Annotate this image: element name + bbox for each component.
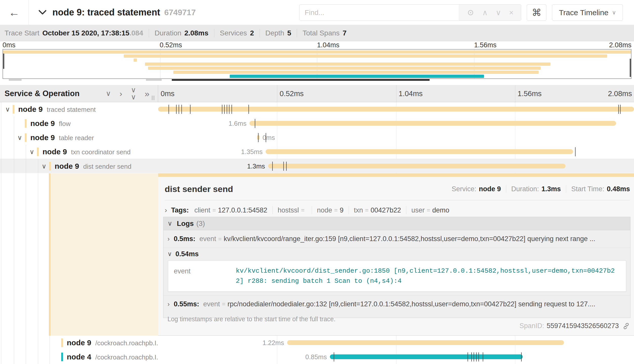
tree-guide-line (26, 145, 26, 159)
find-clear-icon[interactable]: × (509, 9, 514, 16)
log-marker-tick (190, 105, 191, 114)
span-duration-bar[interactable] (266, 149, 573, 154)
span-timeline-row[interactable]: 1.3ms (158, 159, 634, 173)
log-expander-icon: › (167, 300, 170, 308)
tree-guide-line (38, 159, 38, 173)
locate-icon[interactable] (467, 9, 474, 16)
back-button[interactable]: ← (0, 0, 29, 25)
log-marker-tick (168, 105, 169, 114)
tree-guide-line (1, 350, 1, 364)
log-entry-row[interactable]: › 0.5ms: event = kv/kvclient/kvcoord/ran… (163, 230, 630, 248)
tree-guide-line (14, 350, 14, 364)
service-color-bar (25, 133, 27, 142)
span-duration-bar[interactable] (249, 121, 616, 126)
tree-guide-line (1, 102, 1, 116)
minimap-canvas[interactable] (3, 49, 631, 79)
span-expander-icon[interactable]: ∨ (40, 159, 48, 173)
span-service-name: node 4 (67, 353, 91, 361)
log-marker-tick (521, 352, 522, 361)
tree-guide-line (26, 350, 26, 364)
log-marker-tick (283, 162, 284, 171)
span-operation-name: /cockroach.roachpb.I... (95, 353, 158, 361)
selected-span-left-gutter (0, 173, 158, 336)
log-marker-tick (231, 105, 232, 114)
tree-guide-line (1, 145, 1, 159)
span-tree-row[interactable]: ∨node 9dist sender send (0, 159, 158, 173)
keyboard-shortcuts-button[interactable]: ⌘ (527, 4, 546, 21)
span-timeline-row[interactable]: 1.35ms (158, 145, 634, 159)
service-color-bar (25, 119, 27, 128)
tag-item: node=9 (317, 206, 344, 214)
tree-guide-line (26, 336, 26, 350)
expand-all-icon[interactable]: » (145, 89, 150, 98)
minimap-tick-labels: 0ms 0.52ms 1.04ms 1.56ms 2.08ms (0, 41, 634, 49)
tree-guide-line (14, 131, 14, 145)
log-collapse-icon: ∨ (167, 250, 172, 258)
span-expander-icon[interactable]: ∨ (16, 131, 24, 145)
log-entry-expanded-header[interactable]: ∨ 0.54ms (163, 248, 630, 260)
span-timeline-row[interactable] (158, 102, 634, 116)
span-detail-panel: dist sender send Service:node 9 Duration… (158, 173, 634, 336)
log-marker-tick (248, 105, 249, 114)
span-duration-label: 1.6ms (228, 116, 246, 131)
logs-header[interactable]: ∨ Logs (3) (163, 217, 630, 230)
span-tree-row[interactable]: ∨node 9table reader (0, 131, 158, 145)
span-duration-label: 0ms (263, 131, 275, 145)
span-timeline-row[interactable]: 1.6ms (158, 116, 634, 131)
tags-row[interactable]: › Tags: client=127.0.0.1:54582 hostssl= … (165, 204, 630, 216)
tag-item: txn=00427b22 (354, 206, 401, 214)
back-icon: ← (9, 6, 20, 19)
minimap-scrubber[interactable] (3, 79, 631, 81)
span-tree-row[interactable]: node 4/cockroach.roachpb.I... (0, 350, 158, 364)
span-duration-bar[interactable] (330, 354, 523, 359)
find-next-icon[interactable]: ∨ (496, 9, 501, 16)
trace-timeline-label: Trace Timeline (559, 8, 608, 17)
log-marker-tick (272, 162, 273, 171)
logs-section: ∨ Logs (3) › 0.5ms: event = kv/kvclient/… (163, 217, 630, 318)
service-operation-title: Service & Operation (5, 89, 79, 98)
log-entry-row[interactable]: › 0.55ms: event = rpc/nodedialer/nodedia… (163, 295, 630, 313)
expand-one-icon[interactable]: › (120, 90, 122, 98)
span-tree-row[interactable]: node 9flow (0, 116, 158, 131)
minimap-right-handle[interactable] (630, 59, 631, 77)
collapse-trace-chevron[interactable] (38, 10, 47, 15)
tags-expander-icon[interactable]: › (165, 206, 167, 214)
find-controls: ∧ ∨ × (459, 5, 521, 20)
minimap-span-bar (145, 62, 551, 66)
span-duration-bar[interactable] (268, 164, 566, 168)
find-input[interactable] (300, 5, 459, 20)
service-color-bar (61, 353, 63, 361)
span-tree-row[interactable]: node 9/cockroach.roachpb.I... (0, 336, 158, 350)
collapse-one-icon[interactable]: ∨ (106, 90, 111, 97)
timeline-column-header[interactable]: 0ms 0.52ms 1.04ms 1.56ms 2.08ms (158, 85, 634, 102)
log-marker-tick (476, 352, 477, 361)
tree-guide-line (38, 350, 38, 364)
find-prev-icon[interactable]: ∧ (482, 9, 488, 16)
collapse-all-icon[interactable]: ∨∨ (131, 87, 136, 101)
span-expander-icon[interactable]: ∨ (4, 102, 12, 116)
span-tree-row[interactable]: ∨node 9txn coordinator send (0, 145, 158, 159)
log-marker-tick (222, 105, 222, 114)
log-event-detail: event kv/kvclient/kvcoord/dist_sender.go… (168, 261, 626, 292)
minimap-span-bar (230, 75, 484, 78)
tree-guide-line (1, 116, 1, 131)
span-duration-bar[interactable] (287, 340, 564, 345)
copy-link-icon[interactable] (622, 322, 630, 330)
log-marker-tick (620, 105, 621, 114)
tag-item: hostssl= (278, 206, 307, 214)
log-expander-icon: › (167, 235, 170, 243)
log-marker-tick (471, 352, 472, 361)
span-timeline-row[interactable]: 1.22ms (158, 336, 634, 350)
span-tree-row[interactable]: ∨node 9traced statement (0, 102, 158, 116)
log-marker-tick (474, 352, 474, 361)
span-timeline-row[interactable]: 0.85ms (158, 350, 634, 364)
trace-timeline-dropdown[interactable]: Trace Timeline ∨ (552, 4, 623, 21)
tree-guide-line (14, 145, 14, 159)
span-timeline-row[interactable]: 0ms (158, 131, 634, 145)
trace-total-spans: Total Spans 7 (303, 29, 347, 37)
log-marker-tick (176, 105, 177, 114)
span-id-value: 5597415943526560273 (547, 322, 619, 330)
log-marker-tick (266, 133, 266, 142)
span-expander-icon[interactable]: ∨ (28, 145, 36, 159)
column-resize-grip[interactable] (152, 96, 154, 100)
